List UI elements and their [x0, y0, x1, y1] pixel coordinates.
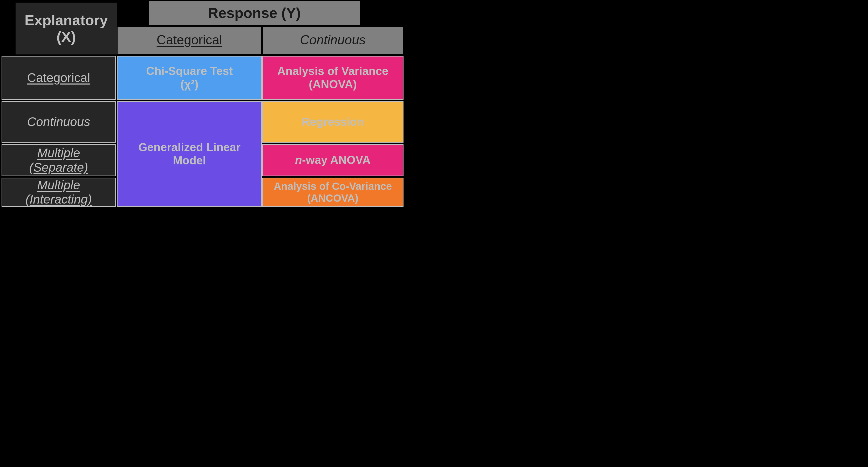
cell-glm: Generalized Linear Model — [117, 101, 262, 207]
row-header-multiple-separate: Multiple (Separate) — [2, 144, 116, 176]
cell-chi-square: Chi-Square Test (χ²) — [117, 56, 262, 100]
nway-rest: -way ANOVA — [302, 154, 371, 166]
header-explanatory-l1: Explanatory — [25, 12, 108, 29]
row3-l1: Multiple — [29, 146, 88, 160]
header-response: Response (Y) — [148, 0, 361, 26]
row-header-multiple-interacting: Multiple (Interacting) — [2, 178, 116, 207]
header-explanatory: Explanatory (X) — [16, 3, 117, 55]
nway-n: n — [295, 154, 302, 166]
row4-l1: Multiple — [25, 178, 92, 192]
cell-regression: Regression — [262, 101, 404, 143]
chisq-l2: (χ²) — [146, 78, 233, 91]
chisq-l1: Chi-Square Test — [146, 65, 233, 78]
row-header-continuous: Continuous — [2, 101, 116, 143]
anova-l2: (ANOVA) — [277, 78, 389, 91]
ancova-l2: (ANCOVA) — [274, 192, 392, 204]
ancova-l1: Analysis of Co-Variance — [274, 180, 392, 192]
col-header-categorical: Categorical — [117, 26, 262, 55]
cell-ancova: Analysis of Co-Variance (ANCOVA) — [262, 178, 404, 207]
cell-nway-anova: n-way ANOVA — [262, 144, 404, 176]
row3-l2: (Separate) — [29, 160, 88, 174]
row-header-categorical: Categorical — [2, 56, 116, 100]
stats-test-table: Explanatory (X) Response (Y) Categorical… — [0, 0, 404, 208]
header-explanatory-l2: (X) — [25, 29, 108, 45]
col-header-continuous: Continuous — [262, 26, 404, 55]
glm-l2: Model — [138, 154, 241, 167]
anova-l1: Analysis of Variance — [277, 65, 389, 78]
cell-anova: Analysis of Variance (ANOVA) — [262, 56, 404, 100]
glm-l1: Generalized Linear — [138, 141, 241, 154]
row4-l2: (Interacting) — [25, 192, 92, 206]
